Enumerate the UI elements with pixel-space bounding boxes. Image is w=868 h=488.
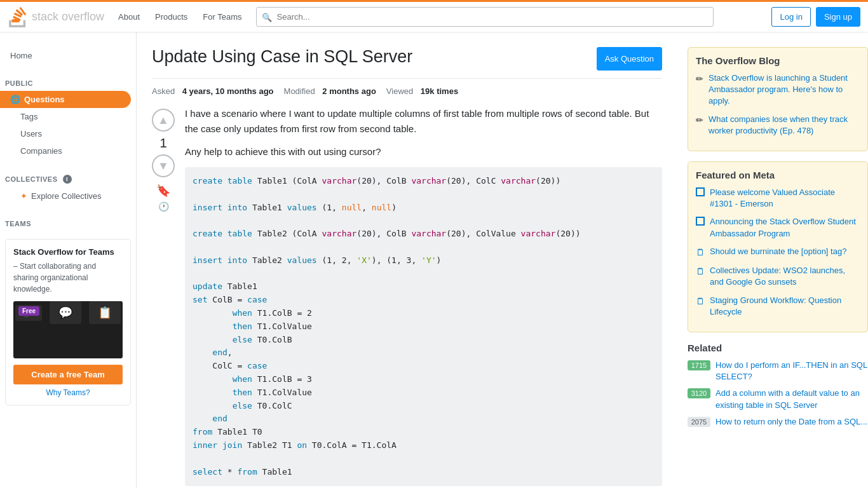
sidebar-item-home[interactable]: Home — [0, 47, 131, 64]
sidebar-home-section: Home — [0, 47, 136, 64]
sidebar-public-label: PUBLIC — [0, 69, 136, 91]
modified-label: Modified — [284, 86, 315, 96]
meta-item-3[interactable]: 🗒 Should we burninate the [option] tag? — [696, 246, 860, 259]
nav-about[interactable]: About — [112, 8, 146, 25]
viewed-label: Viewed — [386, 86, 413, 96]
meta-square-icon-1 — [696, 187, 705, 196]
sidebar-teams-section: TEAMS Stack Overflow for Teams – Start c… — [0, 210, 136, 405]
meta-item-2-link[interactable]: Announcing the Stack Overflow Student Am… — [710, 216, 860, 239]
question-meta: Asked 4 years, 10 months ago Modified 2 … — [152, 86, 662, 96]
signup-button[interactable]: Sign up — [816, 7, 860, 27]
vote-panel: ▲ 1 ▼ 🔖 🕐 — [152, 106, 175, 488]
meta-item-4[interactable]: 🗒 Collectives Update: WSO2 launches, and… — [696, 265, 860, 288]
blog-item-2: ✏ What companies lose when they track wo… — [696, 114, 860, 137]
sidebar-collectives-label: COLLECTIVES i — [0, 165, 136, 187]
meta-item-1[interactable]: Please welcome Valued Associate #1301 - … — [696, 187, 860, 210]
questions-label: Questions — [24, 95, 65, 104]
related-item-0: 1715 How do I perform an IF...THEN in an… — [688, 360, 868, 383]
meta-item-4-link[interactable]: Collectives Update: WSO2 launches, and G… — [710, 265, 860, 288]
search-icon: 🔍 — [262, 12, 272, 22]
asked-meta: Asked 4 years, 10 months ago — [152, 86, 274, 96]
search-input[interactable] — [256, 7, 714, 27]
question-title: Update Using Case in SQL Server — [152, 47, 587, 67]
blog-item-1: ✏ Stack Overflow is launching a Student … — [696, 72, 860, 107]
meta-item-3-link[interactable]: Should we burninate the [option] tag? — [710, 246, 846, 259]
meta-stack-icon-3: 🗒 — [696, 247, 705, 259]
bookmark-button[interactable]: 🔖 — [156, 184, 170, 198]
sidebar-collectives-section: COLLECTIVES i ✦ Explore Collectives — [0, 165, 136, 205]
related-box: Related 1715 How do I perform an IF...TH… — [688, 342, 868, 428]
asked-label: Asked — [152, 86, 175, 96]
sidebar-public-section: PUBLIC 🌐 Questions Tags Users Companies — [0, 69, 136, 159]
left-sidebar: Home PUBLIC 🌐 Questions Tags Users Compa… — [0, 32, 137, 488]
meta-item-1-link[interactable]: Please welcome Valued Associate #1301 - … — [710, 187, 860, 210]
question-body: I have a scenario where I want to update… — [175, 106, 662, 488]
history-button[interactable]: 🕐 — [158, 201, 169, 212]
create-team-button[interactable]: Create a free Team — [13, 365, 123, 384]
sidebar-teams-label: TEAMS — [0, 210, 136, 231]
meta-item-5[interactable]: 🗒 Staging Ground Workflow: Question Life… — [696, 295, 860, 318]
viewed-value: 19k times — [421, 86, 458, 96]
meta-square-icon-2 — [696, 217, 705, 226]
body-paragraph-2: Any help to achieve this with out using … — [185, 144, 662, 159]
blog-item-1-text[interactable]: Stack Overflow is launching a Student Am… — [709, 72, 860, 107]
related-item-2-link[interactable]: How to return only the Date from a SQL..… — [715, 416, 867, 428]
site-logo[interactable]: stack overflow — [8, 7, 104, 27]
sidebar-item-questions[interactable]: 🌐 Questions — [0, 91, 131, 108]
vote-count: 1 — [159, 135, 167, 151]
asked-value: 4 years, 10 months ago — [182, 86, 274, 96]
question-layout: ▲ 1 ▼ 🔖 🕐 I have a scenario where I want… — [152, 106, 662, 488]
pencil-icon-2: ✏ — [696, 114, 703, 137]
main-content: Update Using Case in SQL Server Ask Ques… — [137, 32, 677, 488]
collectives-icon: ✦ — [20, 191, 27, 201]
viewed-meta: Viewed 19k times — [386, 86, 458, 96]
blog-title: The Overflow Blog — [696, 55, 860, 66]
related-item-0-link[interactable]: How do I perform an IF...THEN in an SQL … — [715, 360, 868, 383]
modified-value: 2 months ago — [322, 86, 376, 96]
ask-question-button[interactable]: Ask Question — [597, 47, 662, 71]
pencil-icon: ✏ — [696, 73, 703, 107]
related-title: Related — [688, 342, 868, 353]
sidebar-item-users[interactable]: Users — [0, 125, 131, 142]
related-score-1: 3120 — [688, 388, 710, 398]
code-block: create table Table1 (ColA varchar(20), C… — [185, 167, 662, 486]
sidebar-item-explore-collectives[interactable]: ✦ Explore Collectives — [0, 187, 131, 205]
related-score-2: 2075 — [688, 417, 710, 427]
blog-item-2-text[interactable]: What companies lose when they track work… — [709, 114, 860, 137]
nav-products[interactable]: Products — [149, 8, 194, 25]
sidebar-item-tags[interactable]: Tags — [0, 108, 131, 125]
question-header: Update Using Case in SQL Server Ask Ques… — [152, 47, 662, 79]
featured-meta-box: Featured on Meta Please welcome Valued A… — [688, 161, 868, 332]
modified-meta: Modified 2 months ago — [284, 86, 376, 96]
related-item-1: 3120 Add a column with a default value t… — [688, 388, 868, 410]
why-teams-link[interactable]: Why Teams? — [13, 388, 123, 397]
related-item-1-link[interactable]: Add a column with a default value to an … — [715, 388, 868, 410]
meta-title: Featured on Meta — [696, 170, 860, 180]
meta-stack-icon-4: 🗒 — [696, 266, 705, 288]
sidebar-item-companies[interactable]: Companies — [0, 142, 131, 159]
info-icon[interactable]: i — [63, 175, 72, 184]
main-nav: About Products For Teams — [112, 8, 248, 25]
related-score-0: 1715 — [688, 360, 710, 370]
upvote-button[interactable]: ▲ — [152, 109, 175, 132]
related-item-2: 2075 How to return only the Date from a … — [688, 416, 868, 428]
auth-buttons: Log in Sign up — [771, 7, 860, 27]
teams-box-subtitle: – Start collaborating and sharing organi… — [13, 261, 123, 295]
nav-for-teams[interactable]: For Teams — [196, 8, 248, 25]
right-sidebar: The Overflow Blog ✏ Stack Overflow is la… — [677, 32, 868, 488]
teams-box-title: Stack Overflow for Teams — [13, 247, 123, 257]
body-paragraph-1: I have a scenario where I want to update… — [185, 106, 662, 137]
teams-banner: Free >_ ✓ 💬 📋 — [13, 301, 123, 358]
meta-item-2[interactable]: Announcing the Stack Overflow Student Am… — [696, 216, 860, 239]
site-header: stack overflow About Products For Teams … — [0, 0, 868, 32]
search-box: 🔍 — [256, 7, 714, 27]
downvote-button[interactable]: ▼ — [152, 154, 175, 177]
free-badge: Free — [18, 306, 39, 316]
globe-icon: 🌐 — [10, 95, 20, 104]
login-button[interactable]: Log in — [771, 7, 810, 27]
meta-stack-icon-5: 🗒 — [696, 295, 705, 318]
overflow-blog-box: The Overflow Blog ✏ Stack Overflow is la… — [688, 47, 868, 151]
meta-item-5-link[interactable]: Staging Ground Workflow: Question Lifecy… — [710, 295, 860, 318]
logo-text: stack overflow — [32, 10, 104, 24]
page-wrapper: Home PUBLIC 🌐 Questions Tags Users Compa… — [0, 32, 868, 488]
